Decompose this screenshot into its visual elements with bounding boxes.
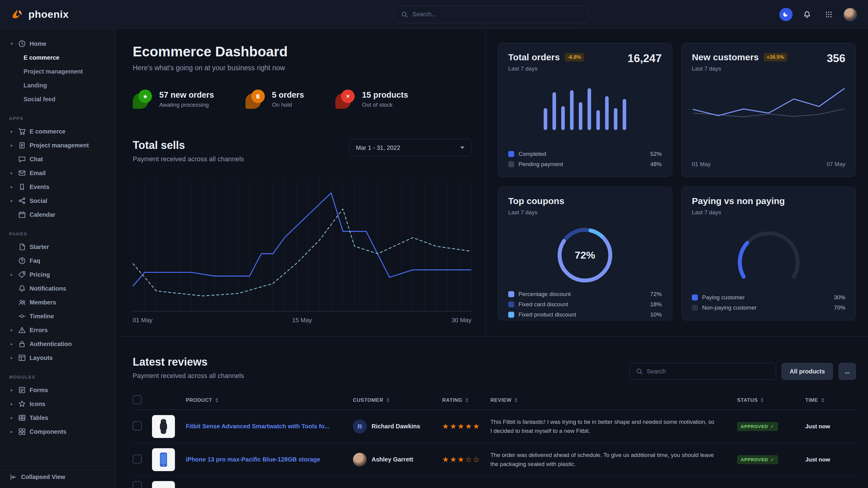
sidebar-item-label: Layouts <box>30 355 53 361</box>
row-checkbox[interactable] <box>133 481 142 488</box>
sidebar-item-pricing[interactable]: ▸Pricing <box>6 268 109 282</box>
product-link[interactable]: Fitbit Sense Advanced Smartwatch with To… <box>186 423 353 430</box>
clipboard-icon <box>18 141 26 149</box>
product-image-cell <box>152 481 186 488</box>
topbar: phoenix <box>0 0 868 29</box>
sidebar-item-members[interactable]: Members <box>6 295 109 309</box>
user-avatar[interactable] <box>843 7 857 22</box>
stat-caption: Out of stock <box>362 102 408 108</box>
sidebar-item-errors[interactable]: ▸Errors <box>6 323 109 337</box>
column-header-status[interactable]: STATUS <box>737 397 805 403</box>
product-image-cell <box>152 448 186 471</box>
sidebar-subitem-social-feed[interactable]: Social feed <box>6 92 109 106</box>
column-header-customer[interactable]: CUSTOMER <box>353 397 442 403</box>
sidebar-item-timeline[interactable]: Timeline <box>6 309 109 323</box>
product-link[interactable]: iPhone 13 pro max-Pacific Blue-128GB sto… <box>186 456 353 463</box>
row-checkbox[interactable] <box>133 421 142 430</box>
sidebar-item-label: Icons <box>30 400 45 408</box>
sidebar-subitem-e-commerce[interactable]: E commerce <box>6 51 109 65</box>
legend-value: 30% <box>834 294 845 301</box>
sidebar-item-notifications[interactable]: Notifications <box>6 282 109 295</box>
x-tick: 01 May <box>692 161 711 168</box>
sidebar-item-e-commerce[interactable]: ▸E commerce <box>6 125 109 138</box>
customer-cell[interactable]: Ashley Garrett <box>353 453 442 466</box>
column-header-product[interactable]: PRODUCT <box>186 397 353 403</box>
reviews-toolbar: All products ... <box>629 363 856 380</box>
select-all-checkbox[interactable] <box>133 395 142 404</box>
form-icon <box>18 386 26 394</box>
sidebar-item-events[interactable]: ▸Events <box>6 180 109 194</box>
product-image[interactable] <box>152 448 175 471</box>
apps-menu-button[interactable] <box>822 7 836 22</box>
chevron-right-icon: ▸ <box>9 142 14 148</box>
notifications-button[interactable] <box>800 7 814 22</box>
sidebar-section-label: MODULES <box>9 375 109 380</box>
column-header-rating[interactable]: RATING <box>442 397 490 403</box>
orders-bar-chart <box>508 81 662 134</box>
bell-icon <box>18 285 26 292</box>
sidebar-item-email[interactable]: ▸Email <box>6 166 109 180</box>
sidebar-item-social[interactable]: ▸Social <box>6 194 109 208</box>
x-tick: 30 May <box>452 317 471 324</box>
legend-label: Fixed card discount <box>519 301 568 308</box>
reviews-search-input[interactable] <box>647 368 770 375</box>
legend-label: Fixed product discount <box>519 312 576 318</box>
sidebar-item-forms[interactable]: ▸Forms <box>6 383 109 397</box>
column-header-time[interactable]: TIME <box>805 397 856 403</box>
sidebar-item-label: Members <box>30 299 56 306</box>
collapse-left-icon <box>10 474 17 481</box>
sidebar-item-authentication[interactable]: ▸Authentication <box>6 337 109 351</box>
review-time: Just now <box>805 456 856 463</box>
legend-value: 70% <box>834 304 845 311</box>
collapse-view-toggle[interactable]: Collapsed View <box>0 466 115 488</box>
share-icon <box>18 197 26 205</box>
product-image[interactable] <box>152 481 175 488</box>
reviews-search[interactable] <box>629 363 776 380</box>
sort-icon <box>215 398 218 402</box>
chat-icon <box>18 155 26 163</box>
sort-icon <box>386 398 390 402</box>
sidebar-item-tables[interactable]: ▸Tables <box>6 411 109 425</box>
sidebar-item-home[interactable]: ▾Home <box>6 37 109 51</box>
row-select-cell <box>133 455 152 465</box>
card-title: New customers <box>692 52 759 62</box>
legend-swatch <box>508 151 514 157</box>
global-search[interactable] <box>393 6 590 23</box>
stat-value: 57 new orders <box>159 90 214 100</box>
reviews-table: PRODUCT CUSTOMER RATING REVIEW STATUS TI… <box>133 391 856 488</box>
product-image[interactable] <box>152 415 175 438</box>
sidebar-item-chat[interactable]: Chat <box>6 152 109 166</box>
date-range-select[interactable]: Mar 1 - 31, 2022 <box>349 139 471 157</box>
sidebar-item-icons[interactable]: ▸Icons <box>6 397 109 411</box>
sidebar-item-starter[interactable]: Starter <box>6 240 109 254</box>
brand[interactable]: phoenix <box>11 8 69 21</box>
phoenix-logo-icon <box>11 8 24 21</box>
theme-toggle-button[interactable] <box>779 8 793 21</box>
sidebar-item-label: Email <box>30 170 45 176</box>
sidebar-subitem-landing[interactable]: Landing <box>6 78 109 92</box>
sidebar-item-calendar[interactable]: Calendar <box>6 208 109 222</box>
more-options-button[interactable]: ... <box>838 363 856 380</box>
timeline-icon <box>18 312 26 320</box>
sidebar-item-layouts[interactable]: ▸Layouts <box>6 351 109 365</box>
sidebar-item-faq[interactable]: Faq <box>6 254 109 268</box>
paying-legend-item: Paying customer30% <box>692 294 845 301</box>
customer-avatar <box>353 453 367 466</box>
legend-swatch <box>508 161 514 167</box>
sidebar-item-project-management[interactable]: ▸Project management <box>6 138 109 152</box>
date-range-value: Mar 1 - 31, 2022 <box>356 144 400 151</box>
customer-cell[interactable]: RRichard Dawkins <box>353 420 442 433</box>
row-checkbox[interactable] <box>133 455 142 464</box>
sidebar-item-label: Chat <box>30 156 43 163</box>
legend-label: Paying customer <box>702 294 745 301</box>
column-header-review[interactable]: REVIEW <box>490 397 737 403</box>
global-search-input[interactable] <box>412 11 582 18</box>
all-products-button[interactable]: All products <box>781 363 833 380</box>
stat-text: 15 productsOut of stock <box>362 90 408 108</box>
legend-swatch <box>692 294 698 300</box>
sidebar-subitem-project-management[interactable]: Project management <box>6 65 109 78</box>
sidebar-item-label: Faq <box>30 257 40 264</box>
components-icon <box>18 428 26 435</box>
status-cell: APPROVED✓ <box>737 422 805 431</box>
sidebar-item-components[interactable]: ▸Components <box>6 425 109 438</box>
